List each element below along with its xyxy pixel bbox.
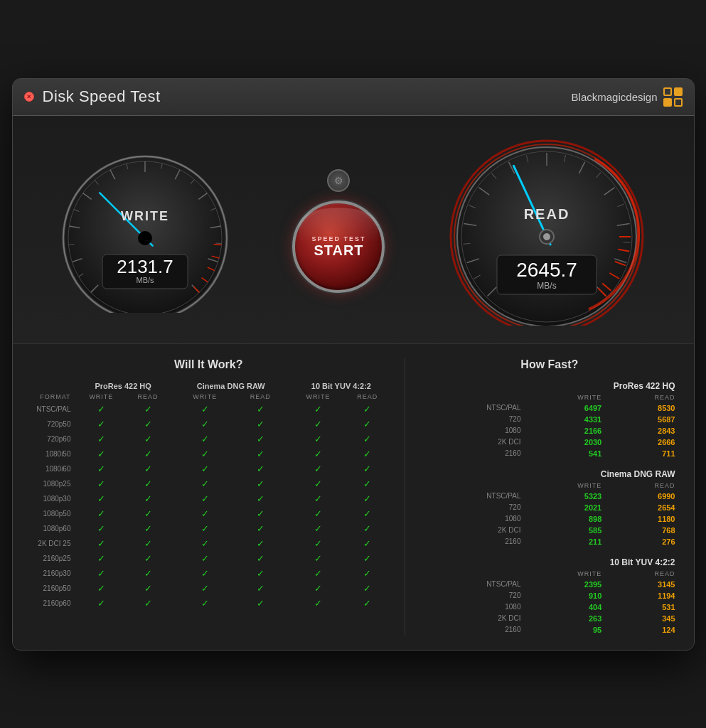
list-item: 2K DCI 585 768 bbox=[419, 525, 679, 536]
list-item: 10 Bit YUV 4:2:2 bbox=[419, 547, 679, 569]
how-fast-panel: How Fast? ProRes 422 HQ WRITE READ NTSC/… bbox=[419, 358, 679, 636]
write-gauge: WRITE 2131.7 MB/s bbox=[56, 149, 234, 313]
table-row: 1080p60 ✓ ✓ ✓ ✓ ✓ ✓ bbox=[27, 521, 391, 536]
table-row: 720p60 ✓ ✓ ✓ ✓ ✓ ✓ bbox=[27, 432, 391, 446]
table-row: 2160p30 ✓ ✓ ✓ ✓ ✓ ✓ bbox=[27, 566, 391, 581]
title-bar: ✕ Disk Speed Test Blackmagicdesign bbox=[13, 79, 694, 116]
table-row: 720p50 ✓ ✓ ✓ ✓ ✓ ✓ bbox=[27, 417, 391, 432]
list-item: 720 2021 2654 bbox=[419, 502, 679, 513]
will-it-work-panel: Will It Work? ProRes 422 HQ Cinema DNG R… bbox=[27, 358, 391, 636]
brand-name: Blackmagicdesign bbox=[572, 91, 658, 103]
table-row: 2160p60 ✓ ✓ ✓ ✓ ✓ ✓ bbox=[27, 596, 391, 611]
will-it-work-title: Will It Work? bbox=[27, 358, 391, 371]
close-button[interactable]: ✕ bbox=[24, 92, 34, 102]
list-item: 1080 2166 2843 bbox=[419, 425, 679, 437]
svg-text:READ: READ bbox=[524, 206, 570, 222]
brand-sq2 bbox=[674, 87, 683, 96]
svg-line-15 bbox=[213, 244, 221, 245]
list-item: 2160 541 711 bbox=[419, 448, 679, 459]
list-item: NTSC/PAL 6497 8530 bbox=[419, 402, 679, 414]
svg-text:2645.7: 2645.7 bbox=[516, 259, 577, 281]
read-gauge: READ 2645.7 MB/s bbox=[444, 137, 650, 326]
app-window: ✕ Disk Speed Test Blackmagicdesign bbox=[12, 78, 695, 651]
brand-sq1 bbox=[663, 87, 672, 96]
brand-sq3 bbox=[663, 98, 672, 107]
svg-text:2131.7: 2131.7 bbox=[117, 256, 173, 277]
svg-line-67 bbox=[624, 242, 631, 242]
list-item: NTSC/PAL 2395 3145 bbox=[419, 579, 679, 590]
svg-text:MB/s: MB/s bbox=[136, 276, 154, 284]
svg-line-28 bbox=[216, 243, 222, 244]
list-item: 2160 211 276 bbox=[419, 536, 679, 547]
list-item: NTSC/PAL 5323 6990 bbox=[419, 491, 679, 502]
data-section: Will It Work? ProRes 422 HQ Cinema DNG R… bbox=[13, 344, 694, 650]
list-item: Cinema DNG RAW bbox=[419, 459, 679, 481]
list-item: 720 910 1194 bbox=[419, 590, 679, 601]
list-item: 720 4331 5687 bbox=[419, 414, 679, 425]
start-main-label: START bbox=[314, 242, 363, 259]
table-row: 2160p25 ✓ ✓ ✓ ✓ ✓ ✓ bbox=[27, 551, 391, 566]
svg-line-21 bbox=[68, 245, 74, 245]
brand-logo bbox=[663, 87, 683, 107]
list-item: WRITE READ bbox=[419, 481, 679, 491]
svg-text:MB/s: MB/s bbox=[537, 281, 556, 291]
settings-button[interactable]: ⚙ bbox=[327, 169, 350, 192]
list-item: 1080 404 531 bbox=[419, 601, 679, 613]
start-top-label: SPEED TEST bbox=[311, 235, 365, 242]
section-divider bbox=[405, 358, 405, 636]
table-row: 1080i60 ✓ ✓ ✓ ✓ ✓ ✓ bbox=[27, 461, 391, 476]
table-row: 1080i50 ✓ ✓ ✓ ✓ ✓ ✓ bbox=[27, 446, 391, 461]
brand-sq4 bbox=[674, 98, 683, 107]
table-row: 1080p30 ✓ ✓ ✓ ✓ ✓ ✓ bbox=[27, 491, 391, 506]
list-item: 1080 898 1180 bbox=[419, 513, 679, 525]
svg-text:WRITE: WRITE bbox=[121, 209, 169, 223]
list-item: WRITE READ bbox=[419, 569, 679, 579]
how-fast-table: ProRes 422 HQ WRITE READ NTSC/PAL 6497 8… bbox=[419, 380, 679, 636]
list-item: ProRes 422 HQ bbox=[419, 380, 679, 392]
brand-section: Blackmagicdesign bbox=[572, 87, 683, 107]
table-row: 2K DCI 25 ✓ ✓ ✓ ✓ ✓ ✓ bbox=[27, 536, 391, 551]
list-item: 2160 95 124 bbox=[419, 624, 679, 636]
center-controls: ⚙ SPEED TEST START bbox=[292, 169, 385, 293]
will-it-work-table: ProRes 422 HQ Cinema DNG RAW 10 Bit YUV … bbox=[27, 380, 391, 611]
table-row: 1080p50 ✓ ✓ ✓ ✓ ✓ ✓ bbox=[27, 506, 391, 521]
list-item: 2K DCI 2030 2666 bbox=[419, 437, 679, 448]
table-row: 1080p25 ✓ ✓ ✓ ✓ ✓ ✓ bbox=[27, 476, 391, 491]
start-button[interactable]: SPEED TEST START bbox=[292, 200, 385, 293]
list-item: WRITE READ bbox=[419, 392, 679, 402]
svg-point-32 bbox=[138, 231, 152, 245]
table-row: NTSC/PAL ✓ ✓ ✓ ✓ ✓ ✓ bbox=[27, 402, 391, 417]
list-item: 2K DCI 263 345 bbox=[419, 613, 679, 624]
table-row: 2160p50 ✓ ✓ ✓ ✓ ✓ ✓ bbox=[27, 581, 391, 596]
app-title: Disk Speed Test bbox=[43, 87, 161, 106]
how-fast-title: How Fast? bbox=[419, 358, 679, 371]
gauges-section: WRITE 2131.7 MB/s ⚙ SPEED TEST START bbox=[13, 116, 694, 344]
